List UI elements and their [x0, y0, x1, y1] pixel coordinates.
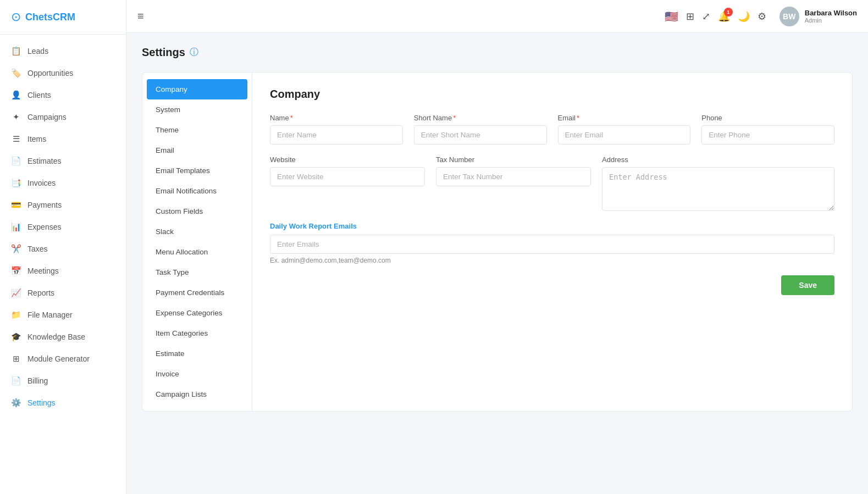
notifications-icon[interactable]: 🔔 1	[718, 10, 730, 23]
sidebar-item-label: Campaigns	[27, 113, 67, 121]
settings-content: Company Name* Short Name*	[252, 73, 852, 411]
sidebar: ⊙ ChetsCRM 📋Leads🏷️Opportunities👤Clients…	[0, 0, 126, 494]
meetings-icon: 📅	[11, 266, 21, 276]
sidebar-item-label: Taxes	[27, 245, 48, 253]
phone-group: Phone	[701, 114, 834, 145]
items-icon: ☰	[11, 134, 21, 144]
settings-nav-system[interactable]: System	[142, 99, 252, 120]
website-input[interactable]	[270, 167, 425, 186]
name-input[interactable]	[270, 125, 403, 145]
billing-icon: 📄	[11, 376, 21, 386]
sidebar-item-label: Leads	[27, 47, 48, 55]
settings-nav-menu-allocation[interactable]: Menu Allocation	[142, 242, 252, 262]
email-input[interactable]	[558, 125, 691, 145]
estimates-icon: 📄	[11, 156, 21, 166]
website-label: Website	[270, 156, 425, 164]
form-actions: Save	[270, 275, 834, 295]
apps-icon[interactable]: ⊞	[686, 10, 694, 23]
user-text: Barbara Wilson Admin	[805, 9, 857, 24]
sidebar-item-items[interactable]: ☰Items	[0, 128, 126, 150]
short-name-group: Short Name*	[414, 114, 547, 145]
settings-nav-email[interactable]: Email	[142, 140, 252, 160]
sidebar-item-knowledge-base[interactable]: 🎓Knowledge Base	[0, 326, 126, 348]
sidebar-item-file-manager[interactable]: 📁File Manager	[0, 304, 126, 326]
settings-nav-custom-fields[interactable]: Custom Fields	[142, 201, 252, 221]
language-flag[interactable]: 🇺🇸	[665, 10, 678, 23]
fullscreen-icon[interactable]: ⤢	[702, 10, 710, 23]
theme-toggle-icon[interactable]: 🌙	[738, 10, 750, 23]
module-generator-icon: ⊞	[11, 354, 21, 364]
form-row-1: Name* Short Name* Email*	[270, 114, 834, 145]
user-info[interactable]: BW Barbara Wilson Admin	[779, 7, 857, 26]
sidebar-item-settings[interactable]: ⚙️Settings	[0, 392, 126, 414]
settings-nav-estimate[interactable]: Estimate	[142, 343, 252, 364]
settings-nav-payment-credentials[interactable]: Payment Credentials	[142, 282, 252, 303]
address-label: Address	[602, 156, 834, 164]
user-role: Admin	[805, 17, 857, 24]
settings-nav-expense-categories[interactable]: Expense Categories	[142, 303, 252, 323]
sidebar-item-opportunities[interactable]: 🏷️Opportunities	[0, 62, 126, 84]
sidebar-item-label: Items	[27, 135, 46, 143]
section-title: Company	[270, 88, 834, 101]
sidebar-item-meetings[interactable]: 📅Meetings	[0, 260, 126, 282]
settings-nav-item-categories[interactable]: Item Categories	[142, 323, 252, 343]
sidebar-item-label: Invoices	[27, 179, 56, 187]
topbar: ≡ 🇺🇸 ⊞ ⤢ 🔔 1 🌙 ⚙ BW Barbara Wilson Admin	[126, 0, 868, 33]
sidebar-item-label: Clients	[27, 91, 51, 99]
tax-number-label: Tax Number	[436, 156, 591, 164]
form-row-2: Website Tax Number Address	[270, 156, 834, 211]
page-info-icon[interactable]: ⓘ	[190, 47, 198, 58]
sidebar-item-clients[interactable]: 👤Clients	[0, 84, 126, 106]
knowledge-base-icon: 🎓	[11, 332, 21, 342]
settings-icon: ⚙️	[11, 398, 21, 408]
campaigns-icon: ✦	[11, 112, 21, 122]
settings-nav-email-notifications[interactable]: Email Notifications	[142, 181, 252, 201]
user-name: Barbara Wilson	[805, 9, 857, 17]
emails-input[interactable]	[270, 235, 834, 254]
sidebar-item-label: Payments	[27, 201, 62, 209]
sidebar-item-label: Opportunities	[27, 69, 73, 77]
address-input[interactable]	[602, 167, 834, 211]
settings-nav-slack[interactable]: Slack	[142, 221, 252, 242]
settings-icon[interactable]: ⚙	[758, 10, 766, 23]
short-name-label: Short Name*	[414, 114, 547, 122]
sidebar-item-module-generator[interactable]: ⊞Module Generator	[0, 348, 126, 370]
sidebar-item-reports[interactable]: 📈Reports	[0, 282, 126, 304]
save-button[interactable]: Save	[781, 275, 834, 295]
notification-badge: 1	[724, 8, 733, 16]
menu-toggle-button[interactable]: ≡	[137, 10, 144, 23]
sidebar-item-invoices[interactable]: 📑Invoices	[0, 172, 126, 194]
main-area: ≡ 🇺🇸 ⊞ ⤢ 🔔 1 🌙 ⚙ BW Barbara Wilson Admin…	[126, 0, 868, 494]
tax-number-input[interactable]	[436, 167, 591, 186]
sidebar-item-campaigns[interactable]: ✦Campaigns	[0, 106, 126, 128]
sidebar-item-label: Knowledge Base	[27, 332, 85, 341]
sidebar-item-payments[interactable]: 💳Payments	[0, 194, 126, 216]
content-area: Settings ⓘ CompanySystemThemeEmailEmail …	[126, 33, 868, 494]
settings-nav-email-templates[interactable]: Email Templates	[142, 160, 252, 181]
invoices-icon: 📑	[11, 178, 21, 188]
short-name-input[interactable]	[414, 125, 547, 145]
sidebar-item-taxes[interactable]: ✂️Taxes	[0, 238, 126, 260]
emails-hint: Ex. admin@demo.com,team@demo.com	[270, 257, 834, 264]
sidebar-item-label: Reports	[27, 288, 54, 297]
address-group: Address	[602, 156, 834, 211]
settings-nav-invoice[interactable]: Invoice	[142, 364, 252, 384]
settings-sidebar: CompanySystemThemeEmailEmail TemplatesEm…	[142, 73, 252, 411]
sidebar-item-label: Module Generator	[27, 354, 90, 363]
sidebar-item-billing[interactable]: 📄Billing	[0, 370, 126, 392]
settings-nav-theme[interactable]: Theme	[142, 120, 252, 140]
sidebar-item-label: Meetings	[27, 267, 59, 275]
sidebar-item-label: Settings	[27, 398, 56, 407]
sidebar-item-leads[interactable]: 📋Leads	[0, 40, 126, 62]
settings-nav-company[interactable]: Company	[147, 79, 247, 99]
settings-nav-campaign-lists[interactable]: Campaign Lists	[142, 384, 252, 404]
sidebar-item-estimates[interactable]: 📄Estimates	[0, 150, 126, 172]
name-label: Name*	[270, 114, 403, 122]
phone-input[interactable]	[701, 125, 834, 145]
sidebar-item-label: Expenses	[27, 223, 61, 231]
page-header: Settings ⓘ	[142, 46, 853, 59]
sidebar-item-expenses[interactable]: 📊Expenses	[0, 216, 126, 238]
settings-nav-task-type[interactable]: Task Type	[142, 262, 252, 282]
daily-work-section: Daily Work Report Emails Ex. admin@demo.…	[270, 222, 834, 264]
reports-icon: 📈	[11, 288, 21, 298]
